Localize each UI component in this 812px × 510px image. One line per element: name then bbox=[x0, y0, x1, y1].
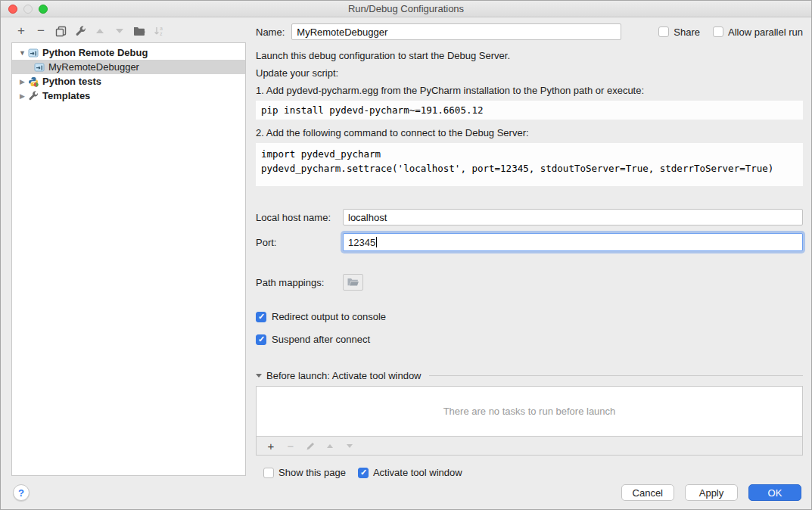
suspend-after-label: Suspend after connect bbox=[272, 334, 370, 345]
add-configuration-icon[interactable]: + bbox=[11, 23, 31, 39]
intro-text-2: Update your script: bbox=[256, 67, 803, 79]
redirect-output-checkbox[interactable] bbox=[256, 312, 266, 322]
copy-configuration-icon[interactable] bbox=[51, 23, 70, 39]
browse-folder-icon[interactable] bbox=[347, 277, 359, 288]
intro-text-1: Launch this debug configuration to start… bbox=[256, 50, 803, 62]
remove-configuration-icon[interactable]: − bbox=[31, 23, 51, 39]
name-label: Name: bbox=[256, 26, 285, 38]
configurations-tree: ▼ Python Remote Debug MyRemoteDebugger ▶… bbox=[11, 42, 246, 476]
page-options-row: Show this page Activate tool window bbox=[256, 467, 803, 478]
port-row: Port: 12345 bbox=[256, 233, 803, 251]
remove-task-icon: − bbox=[281, 439, 300, 452]
tree-item-python-remote-debug[interactable]: ▼ Python Remote Debug bbox=[12, 45, 245, 60]
svg-text:z: z bbox=[160, 31, 162, 36]
expanded-caret-icon[interactable] bbox=[256, 374, 262, 378]
share-label: Share bbox=[674, 26, 700, 38]
remote-debug-config-icon bbox=[34, 62, 45, 73]
code-line-import: import pydevd_pycharm bbox=[261, 147, 798, 161]
move-down-icon bbox=[110, 23, 129, 39]
name-row: Name: Share Allow parallel run bbox=[256, 23, 803, 40]
sort-alphabetically-icon: az bbox=[149, 23, 169, 39]
cancel-button[interactable]: Cancel bbox=[621, 484, 674, 501]
collapsed-caret-icon[interactable]: ▶ bbox=[18, 92, 26, 100]
name-input[interactable] bbox=[291, 23, 621, 40]
redirect-output-row[interactable]: Redirect output to console bbox=[256, 311, 803, 322]
help-button[interactable]: ? bbox=[13, 484, 30, 501]
tree-item-label: MyRemoteDebugger bbox=[48, 61, 139, 73]
suspend-after-row[interactable]: Suspend after connect bbox=[256, 334, 803, 345]
path-mappings-row: Path mappings: bbox=[256, 274, 803, 291]
templates-wrench-icon bbox=[28, 91, 39, 101]
move-task-up-icon bbox=[320, 439, 340, 452]
move-up-icon bbox=[90, 23, 110, 39]
allow-parallel-run-checkbox[interactable] bbox=[713, 26, 723, 37]
port-value: 12345 bbox=[348, 237, 375, 248]
allow-parallel-checkbox-group[interactable]: Allow parallel run bbox=[713, 26, 803, 38]
activate-tool-window-group[interactable]: Activate tool window bbox=[358, 467, 462, 478]
show-this-page-label: Show this page bbox=[278, 467, 346, 478]
window-title: Run/Debug Configurations bbox=[1, 3, 811, 14]
redirect-output-label: Redirect output to console bbox=[272, 311, 386, 322]
suspend-after-checkbox[interactable] bbox=[256, 334, 266, 345]
activate-tool-window-checkbox[interactable] bbox=[358, 468, 369, 478]
local-host-label: Local host name: bbox=[256, 212, 343, 223]
tree-item-myremotedebugger[interactable]: MyRemoteDebugger bbox=[12, 60, 245, 74]
new-folder-icon[interactable] bbox=[129, 23, 149, 39]
python-tests-icon bbox=[28, 76, 39, 87]
tasks-toolbar: + − bbox=[256, 437, 803, 456]
edit-task-pencil-icon bbox=[300, 439, 320, 452]
show-this-page-checkbox[interactable] bbox=[263, 468, 274, 478]
step-1-text: 1. Add pydevd-pycharm.egg from the PyCha… bbox=[256, 85, 803, 97]
settrace-code-block: import pydevd_pycharm pydevd_pycharm.set… bbox=[256, 143, 803, 186]
svg-text:a: a bbox=[160, 26, 163, 31]
share-checkbox-group[interactable]: Share bbox=[658, 26, 700, 38]
before-launch-header[interactable]: Before launch: Activate tool window bbox=[256, 370, 803, 381]
tree-item-python-tests[interactable]: ▶ Python tests bbox=[12, 74, 245, 89]
show-this-page-group[interactable]: Show this page bbox=[263, 467, 346, 478]
remote-debug-config-icon bbox=[28, 48, 39, 58]
code-line-settrace: pydevd_pycharm.settrace('localhost', por… bbox=[261, 161, 798, 176]
activate-tool-window-label: Activate tool window bbox=[373, 467, 462, 478]
section-divider bbox=[429, 375, 803, 376]
add-task-icon[interactable]: + bbox=[261, 439, 281, 452]
collapsed-caret-icon[interactable]: ▶ bbox=[18, 78, 26, 86]
path-mappings-label: Path mappings: bbox=[256, 277, 343, 288]
before-launch-title: Before launch: Activate tool window bbox=[266, 370, 422, 381]
tree-item-label: Templates bbox=[42, 90, 90, 101]
pip-install-code: pip install pydevd-pycharm~=191.6605.12 bbox=[256, 101, 803, 120]
port-label: Port: bbox=[256, 237, 343, 248]
step-2-text: 2. Add the following command to connect … bbox=[256, 127, 803, 139]
configuration-editor: Name: Share Allow parallel run Launch th… bbox=[256, 23, 803, 478]
local-host-row: Local host name: bbox=[256, 209, 803, 225]
expanded-caret-icon[interactable]: ▼ bbox=[18, 49, 26, 57]
edit-templates-wrench-icon[interactable] bbox=[70, 23, 90, 39]
port-input[interactable]: 12345 bbox=[343, 233, 803, 251]
titlebar: Run/Debug Configurations bbox=[1, 1, 811, 17]
text-caret bbox=[376, 237, 377, 247]
footer-buttons: Cancel Apply OK bbox=[621, 484, 801, 501]
path-mappings-input[interactable] bbox=[343, 274, 363, 291]
tree-item-label: Python tests bbox=[42, 76, 101, 87]
apply-button[interactable]: Apply bbox=[685, 484, 738, 501]
allow-parallel-run-label: Allow parallel run bbox=[728, 26, 803, 38]
local-host-input[interactable] bbox=[343, 209, 803, 225]
tree-item-templates[interactable]: ▶ Templates bbox=[12, 89, 245, 103]
before-launch-tasks-list: There are no tasks to run before launch bbox=[256, 386, 803, 437]
ok-button[interactable]: OK bbox=[748, 484, 801, 501]
move-task-down-icon bbox=[340, 439, 359, 452]
no-tasks-text: There are no tasks to run before launch bbox=[443, 406, 616, 417]
configurations-toolbar: + − az bbox=[11, 23, 169, 39]
run-debug-configurations-dialog: Run/Debug Configurations + − az ▼ Python… bbox=[0, 0, 812, 510]
tree-item-label: Python Remote Debug bbox=[42, 47, 148, 58]
share-checkbox[interactable] bbox=[658, 26, 669, 37]
